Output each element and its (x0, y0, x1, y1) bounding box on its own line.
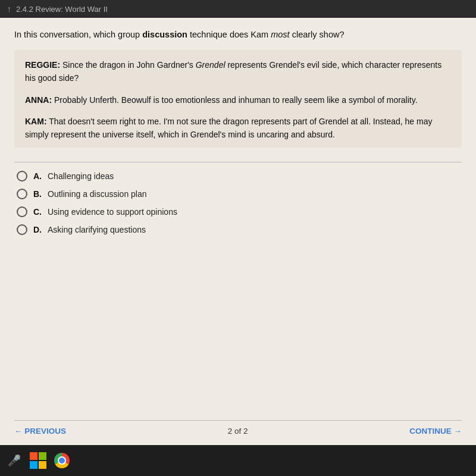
top-bar: ↑ 2.4.2 Review: World War II (0, 0, 476, 18)
question-italic: most (271, 30, 289, 39)
mic-icon[interactable]: 🎤 (6, 452, 23, 469)
option-d-label: D. (33, 225, 42, 234)
speaker-anna: ANNA: (25, 95, 52, 105)
page-title: 2.4.2 Review: World War II (16, 5, 108, 14)
reggie-text-before: Since the dragon in John Gardner's (62, 60, 196, 70)
nav-bar: ← PREVIOUS 2 of 2 CONTINUE → (14, 420, 462, 438)
dialogue-anna: ANNA: Probably Unferth. Beowulf is too e… (25, 93, 451, 107)
option-b[interactable]: B. Outlining a discussion plan (17, 189, 462, 199)
reggie-italic: Grendel (196, 60, 226, 70)
dialogue-reggie: REGGIE: Since the dragon in John Gardner… (25, 58, 451, 85)
option-b-text: Outlining a discussion plan (48, 189, 147, 199)
page-info: 2 of 2 (228, 427, 248, 436)
option-a-text: Challenging ideas (48, 171, 114, 181)
option-d[interactable]: D. Asking clarifying questions (17, 224, 462, 235)
question-text: In this conversation, which group discus… (14, 29, 462, 42)
section-divider (14, 162, 462, 162)
taskbar: 🎤 (0, 445, 476, 476)
option-d-text: Asking clarifying questions (48, 225, 146, 234)
speaker-reggie: REGGIE: (25, 60, 60, 70)
option-c[interactable]: C. Using evidence to support opinions (17, 206, 462, 217)
options-block: A. Challenging ideas B. Outlining a disc… (14, 171, 462, 235)
question-bold: discussion (142, 30, 187, 39)
dialogue-kam: KAM: That doesn't seem right to me. I'm … (25, 115, 451, 142)
previous-button[interactable]: ← PREVIOUS (14, 427, 66, 436)
radio-c[interactable] (17, 206, 27, 217)
option-c-label: C. (33, 207, 42, 217)
continue-button[interactable]: CONTINUE → (409, 427, 462, 436)
radio-a[interactable] (17, 171, 27, 181)
windows-icon[interactable] (30, 452, 46, 469)
windows-logo (30, 452, 46, 469)
chrome-icon[interactable] (54, 452, 70, 469)
option-a-label: A. (33, 171, 42, 181)
chrome-logo (54, 453, 70, 468)
back-icon: ↑ (7, 4, 11, 14)
option-a[interactable]: A. Challenging ideas (17, 171, 462, 181)
content-area: In this conversation, which group discus… (0, 18, 476, 445)
radio-b[interactable] (17, 189, 27, 199)
anna-text: Probably Unferth. Beowulf is too emotion… (54, 95, 418, 105)
option-c-text: Using evidence to support opinions (48, 207, 177, 217)
screen: ↑ 2.4.2 Review: World War II In this con… (0, 0, 476, 476)
dialogue-block: REGGIE: Since the dragon in John Gardner… (14, 50, 462, 148)
kam-text: That doesn't seem right to me. I'm not s… (25, 117, 432, 139)
option-b-label: B. (33, 189, 42, 199)
radio-d[interactable] (17, 224, 27, 235)
speaker-kam: KAM: (25, 117, 47, 126)
